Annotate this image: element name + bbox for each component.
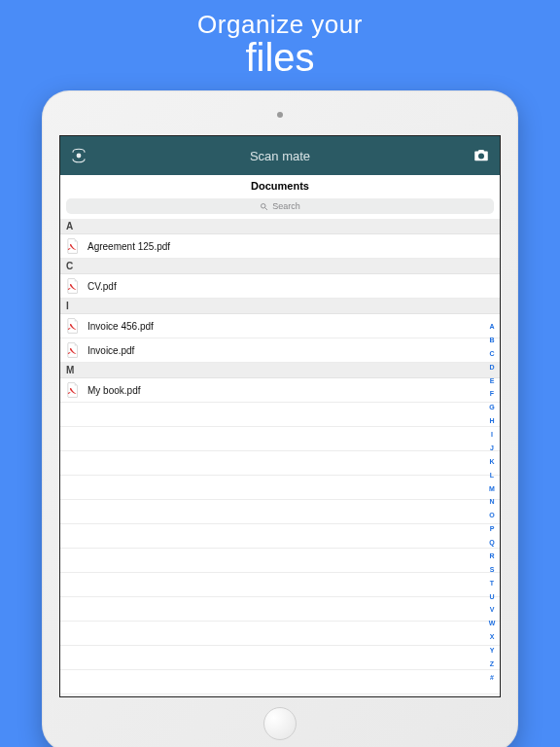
navbar: Scan mate (60, 136, 500, 175)
file-name: Invoice 456.pdf (88, 321, 154, 332)
navbar-title: Scan mate (88, 149, 472, 163)
index-letter[interactable]: U (489, 593, 494, 600)
index-letter[interactable]: S (490, 566, 495, 573)
index-letter[interactable]: Y (490, 647, 495, 654)
empty-row (60, 500, 500, 524)
index-letter[interactable]: O (489, 512, 494, 518)
file-list[interactable]: AAgreement 125.pdfCCV.pdfIInvoice 456.pd… (60, 219, 500, 696)
file-row[interactable]: Invoice.pdf (60, 338, 500, 363)
index-letter[interactable]: J (490, 445, 494, 451)
index-letter[interactable]: F (490, 390, 494, 397)
search-placeholder: Search (272, 201, 300, 211)
home-button[interactable] (263, 707, 297, 740)
svg-point-1 (479, 155, 482, 158)
empty-row (60, 622, 500, 646)
index-letter[interactable]: E (490, 377, 495, 384)
promo-line2: files (197, 38, 363, 77)
pdf-icon (66, 382, 80, 398)
page-title: Documents (60, 175, 500, 196)
file-name: My book.pdf (88, 385, 140, 396)
index-letter[interactable]: C (489, 350, 494, 357)
app-screen: Scan mate Documents Search AAgreement 12… (59, 135, 501, 697)
search-wrap: Search (60, 196, 500, 219)
index-letter[interactable]: B (489, 337, 494, 343)
index-letter[interactable]: R (489, 552, 494, 559)
index-letter[interactable]: V (490, 606, 495, 613)
index-letter[interactable]: L (490, 472, 494, 479)
section-header: A (60, 219, 500, 234)
empty-row (60, 427, 500, 451)
svg-line-3 (265, 207, 267, 209)
index-letter[interactable]: I (491, 431, 493, 438)
index-letter[interactable]: X (490, 633, 495, 640)
empty-row (60, 670, 500, 694)
app-logo-icon[interactable] (70, 147, 88, 164)
index-letter[interactable]: # (490, 674, 494, 681)
promo-text: Organize your files (197, 10, 363, 77)
file-row[interactable]: My book.pdf (60, 378, 500, 403)
device-frame: Scan mate Documents Search AAgreement 12… (42, 90, 518, 747)
index-letter[interactable]: Z (490, 660, 494, 667)
file-row[interactable]: CV.pdf (60, 274, 500, 299)
index-letter[interactable]: A (489, 323, 494, 330)
index-letter[interactable]: Q (489, 539, 494, 546)
index-letter[interactable]: M (489, 485, 495, 492)
index-letter[interactable]: T (490, 580, 494, 587)
index-letter[interactable]: K (489, 458, 494, 465)
empty-row (60, 476, 500, 500)
section-header: C (60, 259, 500, 274)
svg-point-0 (77, 154, 82, 159)
alpha-index[interactable]: ABCDEFGHIJKLMNOPQRSTUVWXYZ# (486, 323, 498, 681)
index-letter[interactable]: D (489, 364, 494, 371)
file-name: Invoice.pdf (88, 345, 134, 356)
empty-row (60, 451, 500, 476)
file-name: CV.pdf (88, 281, 117, 292)
camera-icon[interactable] (472, 147, 490, 164)
empty-row (60, 524, 500, 549)
pdf-icon (66, 318, 80, 334)
empty-row (60, 597, 500, 622)
device-camera (277, 112, 283, 118)
index-letter[interactable]: W (489, 620, 496, 626)
file-row[interactable]: Agreement 125.pdf (60, 234, 500, 259)
empty-row (60, 549, 500, 573)
index-letter[interactable]: P (490, 525, 495, 532)
search-icon (260, 202, 268, 211)
empty-row (60, 646, 500, 670)
file-row[interactable]: Invoice 456.pdf (60, 314, 500, 338)
empty-row (60, 694, 500, 696)
empty-row (60, 403, 500, 427)
index-letter[interactable]: N (489, 498, 494, 505)
file-name: Agreement 125.pdf (88, 241, 170, 252)
pdf-icon (66, 342, 80, 358)
section-header: M (60, 363, 500, 378)
pdf-icon (66, 238, 80, 254)
empty-row (60, 573, 500, 597)
svg-point-2 (262, 203, 266, 208)
index-letter[interactable]: H (489, 417, 494, 424)
section-header: I (60, 299, 500, 314)
pdf-icon (66, 278, 80, 294)
index-letter[interactable]: G (489, 404, 494, 410)
search-input[interactable]: Search (66, 198, 494, 214)
